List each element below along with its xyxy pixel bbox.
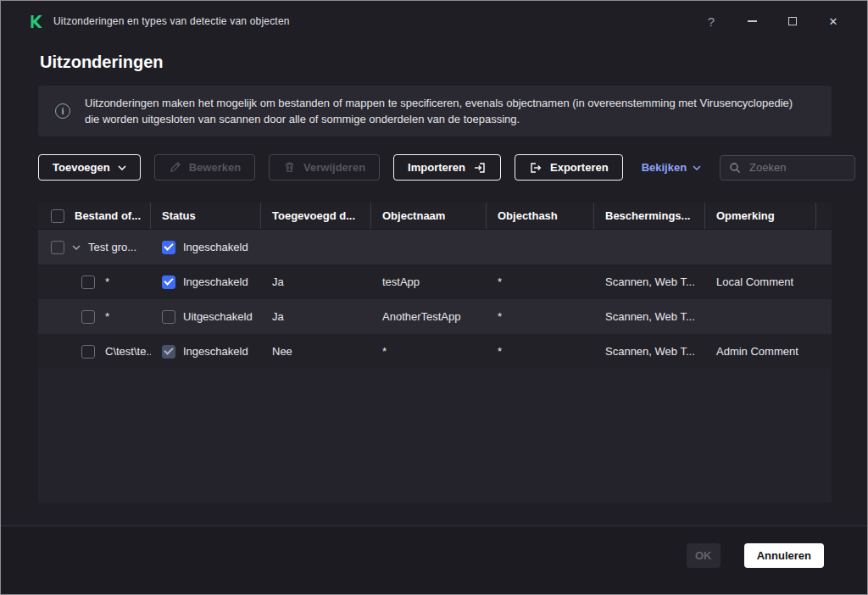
column-header-status[interactable]: Status	[151, 203, 261, 229]
table-empty-area	[38, 369, 832, 503]
column-label: Objectnaam	[382, 209, 445, 222]
maximize-icon	[788, 17, 797, 25]
comment-cell: Local Comment	[705, 264, 816, 299]
close-button[interactable]: ✕	[813, 1, 854, 42]
select-all-checkbox[interactable]	[51, 209, 64, 223]
export-button[interactable]: Exporteren	[515, 154, 623, 181]
exclusions-table: Bestand of... Status Toegevoegd d... Obj…	[38, 203, 832, 503]
row-select-checkbox[interactable]	[81, 310, 95, 324]
view-dropdown-label: Bekijken	[642, 161, 687, 174]
close-icon: ✕	[829, 15, 838, 28]
objecthash-cell: *	[487, 334, 594, 369]
protection-cell: Scannen, Web T...	[594, 299, 705, 334]
import-icon	[473, 161, 487, 175]
toolbar: Toevoegen Bewerken Verwijderen Importere…	[38, 154, 830, 181]
help-button[interactable]: ?	[691, 1, 732, 42]
minimize-button[interactable]	[732, 1, 772, 42]
search-icon	[729, 162, 741, 174]
footer: OK Annuleren	[1, 525, 867, 594]
edit-button-label: Bewerken	[189, 161, 241, 174]
file-cell: C\test\te...	[105, 345, 151, 358]
search-input[interactable]	[748, 160, 846, 175]
import-button-label: Importeren	[408, 161, 465, 174]
objecthash-cell: *	[487, 264, 594, 299]
enabled-checkbox[interactable]	[162, 345, 175, 359]
added-cell: Ja	[261, 299, 371, 334]
file-cell: *	[105, 310, 109, 323]
group-name: Test gro...	[88, 241, 136, 253]
column-label: Status	[162, 209, 196, 222]
titlebar: Uitzonderingen en types van detectie van…	[1, 1, 867, 42]
window-title: Uitzonderingen en types van detectie van…	[53, 15, 290, 27]
info-icon: i	[55, 103, 70, 119]
row-select-checkbox[interactable]	[81, 345, 95, 359]
row-select-checkbox[interactable]	[81, 275, 95, 289]
column-header-objectname[interactable]: Objectnaam	[371, 203, 487, 229]
info-text: Uitzonderingen maken het mogelijk om bes…	[85, 95, 807, 127]
objecthash-cell: *	[487, 299, 594, 334]
file-cell: *	[105, 275, 109, 288]
kaspersky-logo-icon	[28, 14, 43, 29]
chevron-down-icon	[118, 165, 126, 170]
comment-cell: Admin Comment	[705, 334, 816, 369]
maximize-button[interactable]	[772, 1, 813, 42]
window-controls: ? ✕	[691, 1, 854, 42]
exclusions-dialog-window: Uitzonderingen en types van detectie van…	[0, 0, 868, 595]
column-header-protection[interactable]: Beschermings...	[594, 203, 705, 229]
delete-button-label: Verwijderen	[303, 161, 365, 174]
info-banner: i Uitzonderingen maken het mogelijk om b…	[38, 86, 832, 136]
add-button-label: Toevoegen	[53, 161, 110, 174]
objectname-cell: testApp	[371, 264, 487, 299]
added-cell: Nee	[261, 334, 371, 369]
import-button[interactable]: Importeren	[393, 154, 501, 181]
status-label: Uitgeschakeld	[183, 310, 253, 323]
column-header-file[interactable]: Bestand of...	[38, 203, 151, 229]
column-label: Toegevoegd d...	[272, 209, 355, 222]
add-button[interactable]: Toevoegen	[38, 154, 141, 181]
ok-button: OK	[687, 543, 721, 568]
status-label: Ingeschakeld	[183, 241, 248, 253]
search-box[interactable]	[720, 155, 855, 181]
column-label: Objecthash	[498, 209, 558, 222]
column-header-added[interactable]: Toegevoegd d...	[261, 203, 371, 229]
edit-button: Bewerken	[154, 154, 255, 181]
cancel-button[interactable]: Annuleren	[744, 543, 824, 568]
comment-cell	[705, 299, 816, 334]
column-label: Opmerking	[716, 209, 775, 222]
minimize-icon	[748, 20, 757, 22]
table-row[interactable]: * Uitgeschakeld Ja AnotherTestApp * Scan…	[38, 299, 832, 334]
table-header: Bestand of... Status Toegevoegd d... Obj…	[38, 203, 832, 230]
column-label: Beschermings...	[605, 209, 690, 222]
enabled-checkbox[interactable]	[162, 275, 175, 289]
pencil-icon	[169, 161, 181, 174]
column-header-comment[interactable]: Opmerking	[705, 203, 816, 229]
export-icon	[529, 161, 542, 175]
protection-cell: Scannen, Web T...	[594, 334, 705, 369]
table-row[interactable]: C\test\te... Ingeschakeld Nee * * Scanne…	[38, 334, 832, 369]
table-row[interactable]: * Ingeschakeld Ja testApp * Scannen, Web…	[38, 264, 832, 299]
chevron-down-icon	[693, 165, 701, 170]
page-title: Uitzonderingen	[40, 53, 164, 72]
row-select-checkbox[interactable]	[51, 241, 64, 254]
column-label: Bestand of...	[75, 209, 141, 222]
enabled-checkbox[interactable]	[162, 241, 175, 254]
status-label: Ingeschakeld	[183, 275, 248, 288]
scrollbar-gutter	[816, 203, 832, 229]
protection-cell: Scannen, Web T...	[594, 264, 705, 299]
enabled-checkbox[interactable]	[162, 310, 175, 324]
objectname-cell: *	[371, 334, 487, 369]
objectname-cell: AnotherTestApp	[371, 299, 487, 334]
collapse-chevron-icon[interactable]	[72, 245, 81, 250]
help-icon: ?	[708, 14, 715, 29]
export-button-label: Exporteren	[550, 161, 609, 174]
delete-button: Verwijderen	[269, 154, 380, 181]
table-group-row[interactable]: Test gro... Ingeschakeld	[38, 230, 832, 264]
status-label: Ingeschakeld	[183, 345, 248, 358]
view-dropdown[interactable]: Bekijken	[637, 160, 706, 175]
trash-icon	[283, 161, 296, 174]
column-header-objecthash[interactable]: Objecthash	[487, 203, 594, 229]
added-cell: Ja	[261, 264, 371, 299]
